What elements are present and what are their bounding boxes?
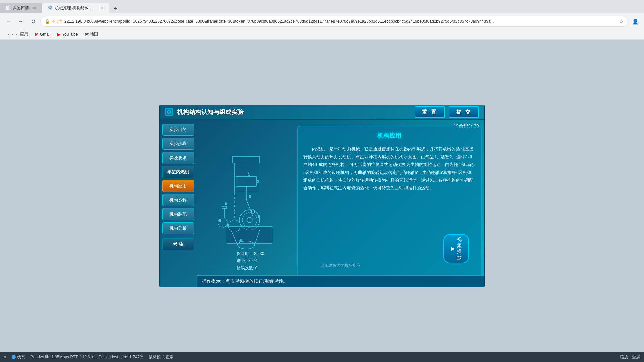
- shrink-button[interactable]: 缩放: [620, 354, 628, 360]
- star-icon[interactable]: ☆: [619, 18, 624, 25]
- svg-rect-13: [222, 206, 227, 208]
- page-content: 机构结构认知与组成实验 重 置 提 交 当前积分:30 实验目的 实验步骤 实验…: [0, 40, 644, 352]
- tab-2[interactable]: ⚙️ 机械原理-机构结构认识 ✕: [42, 3, 109, 13]
- bookmark-maps[interactable]: 🗺 地图: [82, 31, 101, 38]
- address-text: 221.2.196.34:8088/webclient?appIIId=6626…: [64, 19, 616, 24]
- status-bar: » 状态 Bandwidth: 1.95Mbps RTT: 119.61ms P…: [0, 352, 644, 362]
- tab-2-close[interactable]: ✕: [99, 5, 104, 11]
- new-tab-button[interactable]: +: [111, 4, 120, 13]
- youtube-icon: ▶: [57, 32, 61, 37]
- expand-icon: »: [4, 355, 6, 359]
- reset-button[interactable]: 重 置: [415, 106, 445, 118]
- info-panel-text: 内燃机，是一种动力机械，它是通过使燃料在机器内部燃烧，并将其放出的热能直接转换为…: [303, 145, 476, 192]
- mouse-mode-item: 鼠标模式:正常: [149, 354, 174, 360]
- youtube-label: YouTube: [62, 32, 78, 37]
- gmail-icon: M: [35, 32, 39, 37]
- errors-value: 0: [255, 266, 258, 270]
- svg-text:5: 5: [219, 219, 221, 222]
- stats-area: 倒计时： 29:30 进 度: 8.4% 错误次数: 0: [237, 250, 264, 272]
- forward-button[interactable]: →: [16, 17, 25, 26]
- status-bar-right: 缩放 全屏: [620, 354, 640, 360]
- svg-text:5': 5': [227, 223, 229, 227]
- bandwidth-item: Bandwidth: 1.95Mbps RTT: 119.61ms Packet…: [31, 355, 143, 359]
- sidebar-single-cylinder[interactable]: 单缸内燃机: [162, 166, 194, 178]
- maps-label: 地图: [90, 31, 98, 37]
- errors-row: 错误次数: 0: [237, 265, 264, 272]
- svg-point-7: [251, 210, 255, 213]
- bookmark-apps[interactable]: ⋮⋮⋮ 应用: [4, 31, 31, 38]
- security-icon: 🔓: [45, 19, 50, 24]
- tab-1-favicon: 📄: [5, 5, 11, 11]
- header-buttons: 重 置 提 交: [415, 106, 479, 118]
- operation-hint-text: 操作提示：点击视频播放按钮,观看视频。: [202, 278, 288, 284]
- status-label: 状态: [17, 354, 25, 360]
- back-button[interactable]: ←: [4, 17, 13, 26]
- logo-inner: [167, 110, 171, 114]
- apps-label: 应用: [20, 31, 28, 37]
- status-label-item: 状态: [12, 354, 25, 360]
- bookmarks-bar: ⋮⋮⋮ 应用 M Gmail ▶ YouTube 🗺 地图: [0, 29, 644, 40]
- nav-icons: 👤: [631, 17, 640, 26]
- sidebar-experiment-steps[interactable]: 实验步骤: [162, 138, 194, 150]
- app-logo: [165, 108, 173, 116]
- app-header: 机构结构认知与组成实验 重 置 提 交: [160, 105, 484, 120]
- timer-label: 倒计时：: [237, 251, 253, 256]
- tab-1-title: 实验评情: [13, 5, 29, 11]
- svg-text:3: 3: [249, 195, 251, 199]
- svg-text:1: 1: [248, 172, 250, 176]
- svg-text:6: 6: [225, 202, 227, 205]
- address-bar[interactable]: 🔓 不安全 221.2.196.34:8088/webclient?appIII…: [40, 16, 628, 27]
- account-button[interactable]: 👤: [631, 17, 640, 26]
- tab-1-close[interactable]: ✕: [32, 5, 37, 11]
- timer-row: 倒计时： 29:30: [237, 250, 264, 258]
- svg-point-6: [247, 217, 252, 223]
- tab-bar: 📄 实验评情 ✕ ⚙️ 机械原理-机构结构认识 ✕ +: [0, 0, 644, 13]
- sidebar-mechanism-disassemble[interactable]: 机构拆解: [162, 194, 194, 206]
- play-icon: ▶: [451, 245, 455, 252]
- maps-icon: 🗺: [85, 32, 89, 37]
- app-window: 机构结构认知与组成实验 重 置 提 交 当前积分:30 实验目的 实验步骤 实验…: [159, 105, 485, 287]
- bandwidth-text: Bandwidth: 1.95Mbps RTT: 119.61ms Packet…: [31, 355, 143, 359]
- submit-button[interactable]: 提 交: [449, 106, 479, 118]
- mouse-mode-text: 鼠标模式:正常: [149, 354, 174, 360]
- bookmark-youtube[interactable]: ▶ YouTube: [54, 31, 80, 38]
- svg-text:2: 2: [257, 180, 259, 184]
- refresh-button[interactable]: ↻: [28, 17, 38, 26]
- sidebar-exam[interactable]: 考 核: [162, 238, 194, 250]
- sidebar: 实验目的 实验步骤 实验要求 单缸内燃机 机构应用 机构拆解 机构装配 机构分析…: [160, 120, 197, 287]
- sidebar-mechanism-analysis[interactable]: 机构分析: [162, 222, 194, 234]
- nav-bar: ← → ↻ 🔓 不安全 221.2.196.34:8088/webclient?…: [0, 13, 644, 29]
- watermark: 山东建筑大学版权所有: [320, 263, 361, 268]
- video-button-label: 视频播放: [457, 237, 462, 261]
- sidebar-experiment-goal[interactable]: 实验目的: [162, 124, 194, 136]
- progress-label: 进 度:: [237, 258, 247, 263]
- progress-row: 进 度: 8.4%: [237, 257, 264, 265]
- apps-icon: ⋮⋮⋮: [7, 32, 19, 37]
- gmail-label: Gmail: [40, 32, 50, 37]
- engine-diagram: 1 2 3 4 5' 5 6 4': [206, 149, 286, 257]
- timer-value: 29:30: [254, 251, 264, 256]
- sidebar-mechanism-assembly[interactable]: 机构装配: [162, 208, 194, 220]
- sidebar-experiment-requirements[interactable]: 实验要求: [162, 152, 194, 164]
- status-expand[interactable]: »: [4, 355, 6, 359]
- errors-label: 错误次数:: [237, 266, 254, 270]
- app-title: 机构结构认知与组成实验: [177, 108, 244, 116]
- fullscreen-button[interactable]: 全屏: [632, 354, 640, 360]
- status-dot: [12, 355, 16, 359]
- tab-1[interactable]: 📄 实验评情 ✕: [0, 3, 42, 13]
- main-content: 1 2 3 4 5' 5 6 4': [197, 120, 484, 287]
- tab-2-favicon: ⚙️: [48, 5, 53, 11]
- svg-line-4: [246, 200, 253, 217]
- bookmark-gmail[interactable]: M Gmail: [32, 31, 53, 37]
- video-play-button[interactable]: ▶ 视频播放: [443, 234, 469, 263]
- svg-text:4: 4: [258, 215, 260, 219]
- operation-hint: 操作提示：点击视频播放按钮,观看视频。: [197, 275, 484, 287]
- info-panel-title: 机构应用: [303, 132, 476, 140]
- tab-2-title: 机械原理-机构结构认识: [55, 5, 96, 11]
- sidebar-mechanism-application[interactable]: 机构应用: [162, 180, 194, 192]
- security-label: 不安全: [52, 19, 63, 24]
- browser-chrome: 📄 实验评情 ✕ ⚙️ 机械原理-机构结构认识 ✕ + ← → ↻ 🔓 不安全 …: [0, 0, 644, 40]
- svg-rect-2: [236, 176, 256, 186]
- content-area: 实验目的 实验步骤 实验要求 单缸内燃机 机构应用 机构拆解 机构装配 机构分析…: [160, 120, 484, 287]
- progress-value: 8.4%: [248, 258, 257, 263]
